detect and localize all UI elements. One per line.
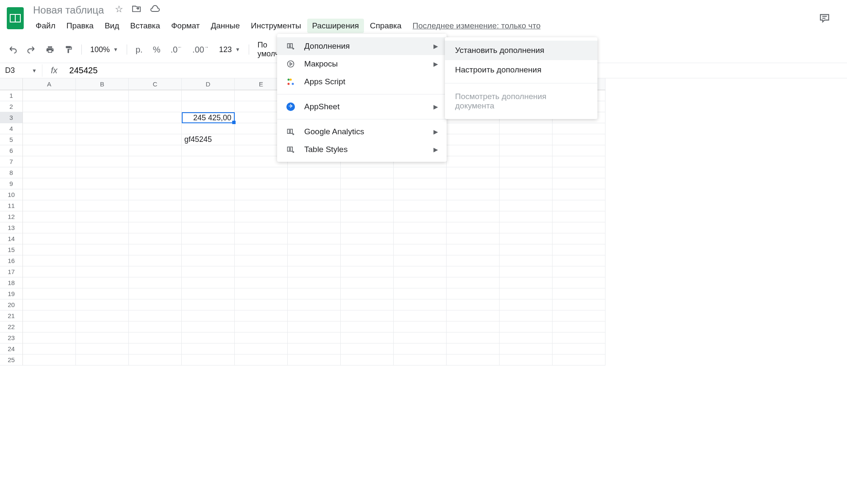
cell[interactable]	[182, 266, 235, 277]
cell[interactable]	[394, 244, 447, 255]
cell[interactable]	[553, 343, 605, 354]
cell[interactable]	[182, 90, 235, 101]
row-header[interactable]: 4	[0, 123, 23, 134]
cell[interactable]	[129, 310, 182, 321]
cloud-icon[interactable]	[150, 4, 160, 17]
cell[interactable]	[129, 299, 182, 310]
cell[interactable]	[500, 244, 553, 255]
cell[interactable]	[23, 277, 76, 288]
cell[interactable]	[341, 277, 394, 288]
cell[interactable]	[288, 332, 341, 343]
cell[interactable]	[129, 266, 182, 277]
cell[interactable]	[341, 354, 394, 366]
cell[interactable]	[288, 266, 341, 277]
cell[interactable]	[76, 266, 129, 277]
cell[interactable]	[288, 288, 341, 299]
row-header[interactable]: 2	[0, 101, 23, 112]
cell[interactable]	[23, 222, 76, 233]
cell[interactable]	[288, 299, 341, 310]
menu-help[interactable]: Справка	[365, 19, 407, 33]
cell[interactable]	[341, 343, 394, 354]
cell[interactable]	[341, 266, 394, 277]
cell[interactable]	[288, 167, 341, 178]
row-header[interactable]: 16	[0, 255, 23, 266]
menu-tools[interactable]: Инструменты	[246, 19, 306, 33]
menu-format[interactable]: Формат	[166, 19, 205, 33]
cell[interactable]	[76, 200, 129, 211]
row-header[interactable]: 3	[0, 112, 23, 123]
cell[interactable]	[447, 244, 500, 255]
cell[interactable]	[235, 299, 288, 310]
zoom-dropdown[interactable]: 100% ▼	[87, 44, 122, 56]
cell[interactable]	[500, 123, 553, 134]
cell[interactable]	[447, 332, 500, 343]
cell[interactable]	[23, 299, 76, 310]
cell[interactable]	[182, 189, 235, 200]
cell[interactable]	[76, 123, 129, 134]
cell[interactable]	[341, 222, 394, 233]
row-header[interactable]: 24	[0, 343, 23, 354]
cell[interactable]	[553, 255, 605, 266]
cell[interactable]	[447, 156, 500, 167]
cell[interactable]	[341, 310, 394, 321]
cell[interactable]	[76, 222, 129, 233]
cell[interactable]	[394, 310, 447, 321]
menu-addons[interactable]: Дополнения ▶	[277, 37, 447, 55]
cell[interactable]	[447, 178, 500, 189]
cell[interactable]	[341, 167, 394, 178]
cell[interactable]	[76, 156, 129, 167]
number-format-dropdown[interactable]: 123 ▼	[216, 44, 244, 56]
cell[interactable]	[288, 343, 341, 354]
cell[interactable]	[129, 222, 182, 233]
cell[interactable]	[235, 233, 288, 244]
cell[interactable]	[341, 244, 394, 255]
cell[interactable]	[129, 211, 182, 222]
comment-icon[interactable]	[819, 13, 830, 27]
cell[interactable]	[500, 266, 553, 277]
cell[interactable]	[23, 156, 76, 167]
cell[interactable]	[288, 244, 341, 255]
document-title[interactable]: Новая таблица	[31, 3, 106, 17]
cell[interactable]	[288, 233, 341, 244]
cell[interactable]	[76, 288, 129, 299]
cell[interactable]	[235, 167, 288, 178]
cell[interactable]	[447, 222, 500, 233]
cell[interactable]	[23, 112, 76, 123]
cell[interactable]	[500, 178, 553, 189]
cell[interactable]	[394, 233, 447, 244]
cell[interactable]	[500, 189, 553, 200]
undo-button[interactable]	[5, 43, 20, 56]
cell[interactable]	[182, 222, 235, 233]
cell[interactable]	[394, 200, 447, 211]
cell[interactable]	[553, 189, 605, 200]
menu-extensions[interactable]: Расширения	[307, 19, 364, 33]
name-box[interactable]: D3 ▼	[0, 64, 42, 77]
row-header[interactable]: 12	[0, 211, 23, 222]
cell[interactable]	[341, 178, 394, 189]
cell[interactable]	[341, 299, 394, 310]
row-header[interactable]: 25	[0, 354, 23, 366]
cell[interactable]	[288, 178, 341, 189]
cell[interactable]	[182, 200, 235, 211]
cell[interactable]	[235, 277, 288, 288]
cell[interactable]	[23, 255, 76, 266]
cell[interactable]	[341, 321, 394, 332]
cell[interactable]	[182, 343, 235, 354]
cell[interactable]	[235, 354, 288, 366]
cell[interactable]	[129, 134, 182, 145]
cell[interactable]	[129, 321, 182, 332]
row-header[interactable]: 9	[0, 178, 23, 189]
cell[interactable]	[182, 211, 235, 222]
cell[interactable]	[76, 189, 129, 200]
cell[interactable]	[553, 288, 605, 299]
cell[interactable]	[235, 343, 288, 354]
row-header[interactable]: 1	[0, 90, 23, 101]
cell[interactable]	[553, 145, 605, 156]
cell[interactable]	[288, 321, 341, 332]
cell[interactable]	[394, 343, 447, 354]
cell[interactable]	[182, 178, 235, 189]
cell[interactable]	[235, 310, 288, 321]
cell[interactable]	[76, 255, 129, 266]
cell[interactable]	[447, 233, 500, 244]
menu-file[interactable]: Файл	[31, 19, 61, 33]
